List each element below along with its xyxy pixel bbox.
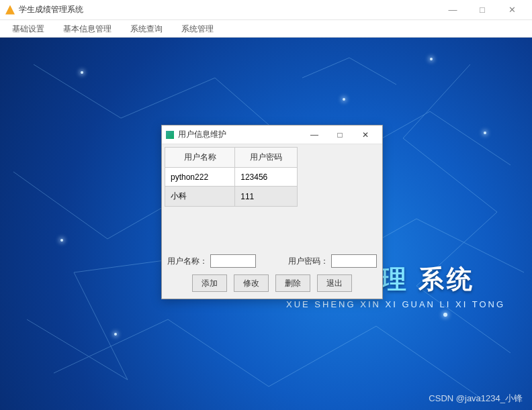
cell-password[interactable]: 123456 [235, 168, 298, 187]
username-label: 用户名称： [167, 256, 208, 267]
cell-password[interactable]: 111 [235, 187, 298, 207]
delete-button[interactable]: 删除 [275, 274, 310, 292]
cell-username[interactable]: 小科 [165, 187, 235, 207]
brand-subtitle: XUE SHENG XIN XI GUAN LI XI TONG [286, 299, 505, 309]
form-row: 用户名称： 用户密码： [167, 254, 377, 268]
button-row: 添加 修改 删除 退出 [162, 274, 382, 292]
close-button[interactable]: ✕ [497, 0, 527, 20]
desktop-area: 信息 管理 系统 XUE SHENG XIN XI GUAN LI XI TON… [0, 38, 532, 410]
col-header-password[interactable]: 用户密码 [235, 148, 298, 168]
main-window-title: 学生成绩管理系统 [19, 4, 438, 15]
minimize-button[interactable]: — [438, 0, 468, 20]
dialog-icon [166, 131, 174, 139]
col-header-username[interactable]: 用户名称 [165, 148, 235, 168]
dialog-titlebar: 用户信息维护 — □ ✕ [162, 125, 382, 144]
password-label: 用户密码： [288, 256, 328, 267]
table-row[interactable]: python222 123456 [165, 168, 298, 187]
menubar: 基础设置 基本信息管理 系统查询 系统管理 [0, 20, 532, 38]
dialog-title: 用户信息维护 [178, 129, 302, 140]
maximize-button[interactable]: □ [468, 0, 497, 20]
dialog-close-button[interactable]: ✕ [353, 125, 378, 144]
table-row[interactable]: 小科 111 [165, 187, 298, 207]
exit-button[interactable]: 退出 [317, 274, 352, 292]
dialog-maximize-button[interactable]: □ [327, 125, 353, 144]
password-input[interactable] [331, 254, 377, 268]
dialog-minimize-button[interactable]: — [302, 125, 327, 144]
edit-button[interactable]: 修改 [234, 274, 269, 292]
username-input[interactable] [210, 254, 256, 268]
menu-basic-settings[interactable]: 基础设置 [3, 20, 54, 38]
menu-system-admin[interactable]: 系统管理 [172, 20, 223, 38]
app-icon [5, 5, 15, 15]
main-window-controls: — □ ✕ [438, 0, 527, 20]
user-info-dialog: 用户信息维护 — □ ✕ 用户名称 用户密码 python222 123 [161, 125, 383, 299]
brand-word-post: 系统 [418, 265, 475, 293]
dialog-body: 用户名称 用户密码 python222 123456 小科 111 [162, 144, 382, 209]
main-window-titlebar: 学生成绩管理系统 — □ ✕ [0, 0, 532, 20]
cell-username[interactable]: python222 [165, 168, 235, 187]
menu-system-query[interactable]: 系统查询 [121, 20, 172, 38]
user-table[interactable]: 用户名称 用户密码 python222 123456 小科 111 [165, 147, 298, 207]
watermark-text: CSDN @java1234_小锋 [429, 393, 523, 405]
add-button[interactable]: 添加 [192, 274, 227, 292]
dialog-window-controls: — □ ✕ [302, 125, 378, 144]
table-header-row: 用户名称 用户密码 [165, 148, 298, 168]
menu-basic-info[interactable]: 基本信息管理 [54, 20, 121, 38]
